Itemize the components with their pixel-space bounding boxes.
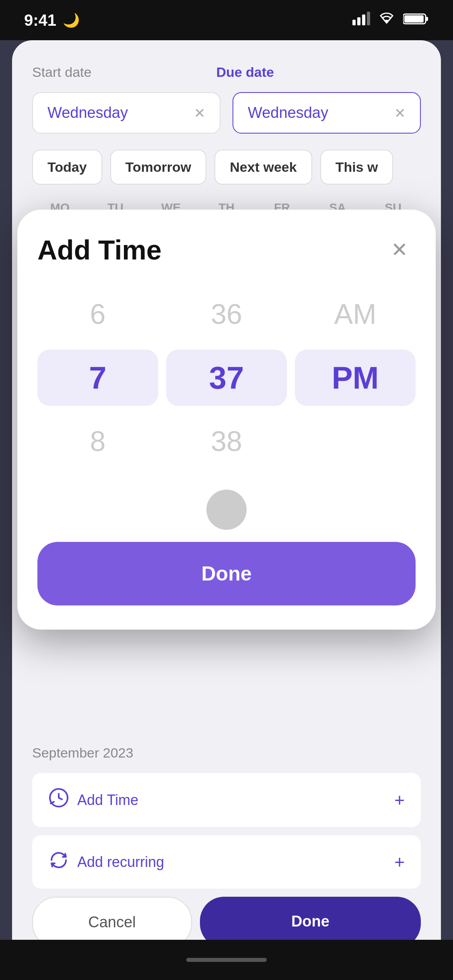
status-icons [352, 12, 429, 29]
svg-rect-0 [352, 20, 356, 25]
hour-above[interactable]: 6 [37, 286, 158, 342]
svg-rect-3 [367, 12, 370, 25]
modal-close-button[interactable]: ✕ [383, 234, 416, 266]
wifi-icon [377, 12, 396, 29]
hour-selected[interactable]: 7 [37, 350, 158, 406]
period-column[interactable]: AM PM [295, 286, 416, 469]
modal-overlay: Add Time ✕ 6 7 8 36 37 38 AM PM [0, 0, 453, 980]
minute-selected[interactable]: 37 [166, 350, 287, 406]
modal-title: Add Time [37, 234, 162, 266]
status-bar: 9:41 🌙 [0, 0, 453, 40]
add-time-modal: Add Time ✕ 6 7 8 36 37 38 AM PM [17, 210, 436, 630]
svg-rect-6 [404, 15, 424, 23]
hour-below[interactable]: 8 [37, 413, 158, 469]
modal-header: Add Time ✕ [37, 234, 416, 266]
drag-handle[interactable] [206, 490, 247, 530]
battery-icon [403, 12, 429, 28]
period-below [295, 413, 416, 469]
signal-icon [352, 12, 370, 29]
period-above[interactable]: AM [295, 286, 416, 342]
minute-below[interactable]: 38 [166, 413, 287, 469]
svg-rect-1 [357, 17, 360, 25]
minutes-column[interactable]: 36 37 38 [166, 286, 287, 469]
drag-handle-area [37, 490, 416, 530]
period-selected[interactable]: PM [295, 350, 416, 406]
time-picker: 6 7 8 36 37 38 AM PM [37, 286, 416, 469]
moon-icon: 🌙 [63, 12, 80, 28]
minute-above[interactable]: 36 [166, 286, 287, 342]
svg-rect-5 [426, 17, 428, 21]
modal-done-button[interactable]: Done [37, 542, 416, 605]
svg-rect-2 [362, 14, 365, 25]
hours-column[interactable]: 6 7 8 [37, 286, 158, 469]
status-time: 9:41 [24, 11, 56, 29]
